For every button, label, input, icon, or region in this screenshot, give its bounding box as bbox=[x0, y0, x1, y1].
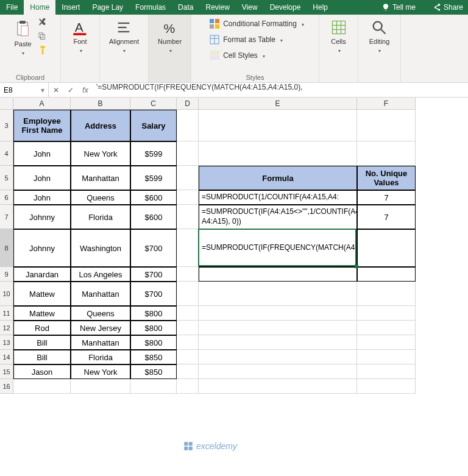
tab-formulas[interactable]: Formulas bbox=[129, 0, 172, 15]
cell-B14[interactable]: Florida bbox=[71, 350, 130, 364]
cell-B10[interactable]: Manhattan bbox=[71, 282, 130, 306]
cell-C4[interactable]: $599 bbox=[130, 141, 177, 166]
cell-F5[interactable]: No. Unique Values bbox=[357, 166, 416, 190]
cell-F12[interactable] bbox=[357, 321, 416, 335]
col-header-F[interactable]: F bbox=[357, 98, 416, 110]
cell-C13[interactable]: $800 bbox=[130, 335, 177, 350]
row-header-5[interactable]: 5 bbox=[0, 166, 13, 190]
cell-B7[interactable]: Florida bbox=[71, 205, 130, 229]
number-group-button[interactable]: % Number bbox=[155, 17, 184, 55]
copy-button[interactable] bbox=[37, 30, 49, 43]
cell-F13[interactable] bbox=[357, 335, 416, 350]
cell-A4[interactable]: John bbox=[13, 141, 71, 166]
cell-B4[interactable]: New York bbox=[71, 141, 130, 166]
font-group-button[interactable]: A Font bbox=[69, 17, 91, 55]
cell-styles-button[interactable]: Cell Styles bbox=[210, 49, 265, 62]
cell-F10[interactable] bbox=[357, 282, 416, 306]
paste-button[interactable]: Paste bbox=[12, 17, 34, 57]
row-header-7[interactable]: 7 bbox=[0, 205, 13, 229]
cell-C16[interactable] bbox=[130, 379, 177, 394]
cell-A13[interactable]: Bill bbox=[13, 335, 71, 350]
cell-A14[interactable]: Bill bbox=[13, 350, 71, 364]
tab-page-layout[interactable]: Page Lay bbox=[86, 0, 129, 15]
cell-B8[interactable]: Washington bbox=[71, 229, 130, 267]
cell-D10[interactable] bbox=[177, 282, 199, 306]
cell-A5[interactable]: John bbox=[13, 166, 71, 190]
alignment-group-button[interactable]: Alignment bbox=[107, 17, 141, 55]
cell-A10[interactable]: Mattew bbox=[13, 282, 71, 306]
cell-C11[interactable]: $800 bbox=[130, 306, 177, 321]
format-painter-button[interactable] bbox=[37, 44, 49, 56]
cell-B5[interactable]: Manhattan bbox=[71, 166, 130, 190]
tab-data[interactable]: Data bbox=[172, 0, 199, 15]
tab-file[interactable]: File bbox=[0, 0, 24, 15]
row-header-14[interactable]: 14 bbox=[0, 350, 13, 364]
cell-D6[interactable] bbox=[177, 190, 199, 205]
col-header-D[interactable]: D bbox=[177, 98, 199, 110]
cell-B13[interactable]: Manhattan bbox=[71, 335, 130, 350]
cell-E6[interactable]: =SUMPRODUCT(1/COUNTIF(A4:A15,A4: bbox=[199, 190, 357, 205]
tab-view[interactable]: View bbox=[236, 0, 264, 15]
col-header-A[interactable]: A bbox=[13, 98, 71, 110]
row-header-10[interactable]: 10 bbox=[0, 282, 13, 306]
cell-C5[interactable]: $599 bbox=[130, 166, 177, 190]
cell-A6[interactable]: John bbox=[13, 190, 71, 205]
cell-B12[interactable]: New Jersey bbox=[71, 321, 130, 335]
cell-C10[interactable]: $700 bbox=[130, 282, 177, 306]
tab-review[interactable]: Review bbox=[199, 0, 235, 15]
cell-F8[interactable] bbox=[357, 229, 416, 267]
cell-F14[interactable] bbox=[357, 350, 416, 364]
cell-D4[interactable] bbox=[177, 141, 199, 166]
row-header-12[interactable]: 12 bbox=[0, 321, 13, 335]
select-all-corner[interactable] bbox=[0, 98, 13, 110]
row-header-11[interactable]: 11 bbox=[0, 306, 13, 321]
cell-F15[interactable] bbox=[357, 364, 416, 379]
format-as-table-button[interactable]: Format as Table bbox=[210, 33, 283, 46]
row-header-4[interactable]: 4 bbox=[0, 141, 13, 166]
cell-C8[interactable]: $700 bbox=[130, 229, 177, 267]
cell-E10[interactable] bbox=[199, 282, 357, 306]
cancel-formula-button[interactable]: ✕ bbox=[49, 86, 63, 94]
cell-A7[interactable]: Johnny bbox=[13, 205, 71, 229]
cell-A8[interactable]: Johnny bbox=[13, 229, 71, 267]
tab-insert[interactable]: Insert bbox=[55, 0, 86, 15]
cell-C14[interactable]: $850 bbox=[130, 350, 177, 364]
tab-help[interactable]: Help bbox=[307, 0, 334, 15]
cell-E4[interactable] bbox=[199, 141, 357, 166]
cell-F6[interactable]: 7 bbox=[357, 190, 416, 205]
cell-C3[interactable]: Salary bbox=[130, 110, 177, 141]
cell-D3[interactable] bbox=[177, 110, 199, 141]
cell-E14[interactable] bbox=[199, 350, 357, 364]
formula-input[interactable]: '=SUMPRODUCT(IF(FREQUENCY(MATCH(A4:A15,A… bbox=[93, 83, 468, 97]
cell-B15[interactable]: New York bbox=[71, 364, 130, 379]
cell-F11[interactable] bbox=[357, 306, 416, 321]
cell-D16[interactable] bbox=[177, 379, 199, 394]
cell-C9[interactable]: $700 bbox=[130, 267, 177, 282]
cell-D13[interactable] bbox=[177, 335, 199, 350]
cell-E5[interactable]: Formula bbox=[199, 166, 357, 190]
cell-F4[interactable] bbox=[357, 141, 416, 166]
cell-A12[interactable]: Rod bbox=[13, 321, 71, 335]
cell-A16[interactable] bbox=[13, 379, 71, 394]
cell-B16[interactable] bbox=[71, 379, 130, 394]
row-header-16[interactable]: 16 bbox=[0, 379, 13, 394]
cell-F3[interactable] bbox=[357, 110, 416, 141]
col-header-B[interactable]: B bbox=[71, 98, 130, 110]
cell-A3[interactable]: Employee First Name bbox=[13, 110, 71, 141]
cell-E3[interactable] bbox=[199, 110, 357, 141]
cell-D5[interactable] bbox=[177, 166, 199, 190]
name-box[interactable]: E8▾ bbox=[0, 83, 49, 97]
cell-A9[interactable]: Janardan bbox=[13, 267, 71, 282]
cell-D15[interactable] bbox=[177, 364, 199, 379]
row-header-15[interactable]: 15 bbox=[0, 364, 13, 379]
cell-D8[interactable] bbox=[177, 229, 199, 267]
row-header-9[interactable]: 9 bbox=[0, 267, 13, 282]
cell-D14[interactable] bbox=[177, 350, 199, 364]
row-header-8[interactable]: 8 bbox=[0, 229, 13, 267]
cell-C15[interactable]: $850 bbox=[130, 364, 177, 379]
cell-E7[interactable]: =SUMPRODUCT(IF(A4:A15<>"",1/COUNTIF(A4:A… bbox=[199, 205, 357, 229]
cell-E15[interactable] bbox=[199, 364, 357, 379]
cell-A11[interactable]: Mattew bbox=[13, 306, 71, 321]
cell-F9[interactable] bbox=[357, 267, 416, 282]
cell-C12[interactable]: $800 bbox=[130, 321, 177, 335]
